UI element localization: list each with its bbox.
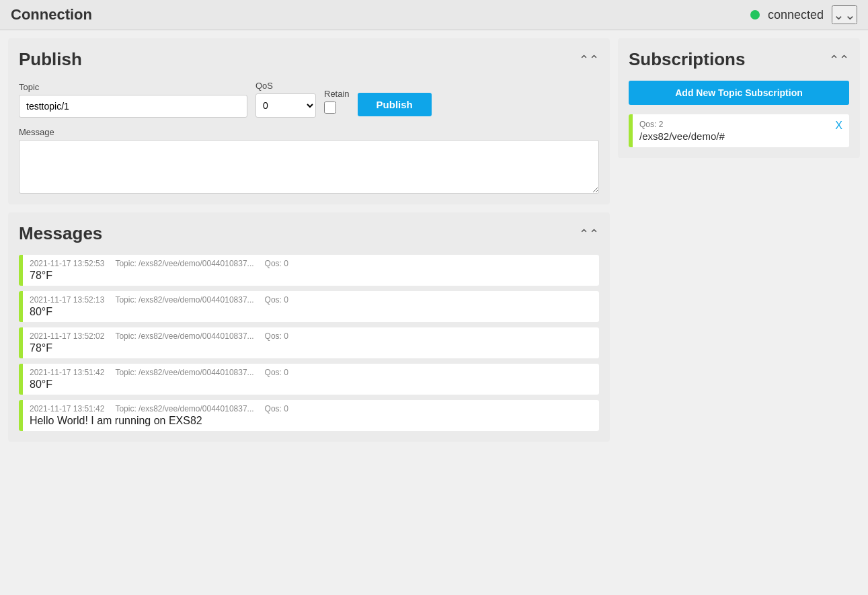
messages-list: 2021-11-17 13:52:53 Topic: /exs82/vee/de… bbox=[19, 255, 599, 431]
message-value: 80°F bbox=[30, 379, 592, 391]
message-group: Message bbox=[19, 127, 599, 194]
subscription-topic: /exs82/vee/demo/# bbox=[639, 130, 822, 142]
messages-header: Messages ⌃⌃ bbox=[19, 223, 599, 244]
collapse-messages-button[interactable]: ⌃⌃ bbox=[579, 227, 599, 241]
connection-title: Connection bbox=[11, 6, 92, 24]
message-topic: Topic: /exs82/vee/demo/0044010837... bbox=[115, 331, 253, 341]
qos-select[interactable]: 0 1 2 bbox=[255, 93, 316, 118]
message-body: 2021-11-17 13:51:42 Topic: /exs82/vee/de… bbox=[23, 364, 599, 395]
message-item: 2021-11-17 13:52:02 Topic: /exs82/vee/de… bbox=[19, 327, 599, 358]
subscriptions-header: Subscriptions ⌃⌃ bbox=[629, 49, 849, 70]
topic-label: Topic bbox=[19, 82, 247, 92]
message-timestamp: 2021-11-17 13:51:42 bbox=[30, 368, 104, 377]
message-topic: Topic: /exs82/vee/demo/0044010837... bbox=[115, 404, 253, 413]
topic-input[interactable] bbox=[19, 95, 247, 118]
subscriptions-list: Qos: 2 /exs82/vee/demo/# X bbox=[629, 114, 849, 147]
message-qos: Qos: 0 bbox=[265, 368, 288, 377]
collapse-publish-button[interactable]: ⌃⌃ bbox=[579, 52, 599, 67]
message-timestamp: 2021-11-17 13:52:02 bbox=[30, 331, 104, 341]
connection-status-area: connected ⌄⌄ bbox=[750, 5, 857, 24]
remove-subscription-button[interactable]: X bbox=[828, 114, 849, 137]
message-topic: Topic: /exs82/vee/demo/0044010837... bbox=[115, 295, 253, 305]
top-bar: Connection connected ⌄⌄ bbox=[0, 0, 868, 30]
message-body: 2021-11-17 13:52:53 Topic: /exs82/vee/de… bbox=[23, 255, 599, 286]
subscription-qos: Qos: 2 bbox=[639, 120, 822, 129]
publish-form: Topic QoS 0 1 2 Retain bbox=[19, 81, 599, 194]
message-qos: Qos: 0 bbox=[265, 404, 288, 413]
retain-label: Retain bbox=[324, 89, 350, 99]
message-textarea[interactable] bbox=[19, 140, 599, 194]
messages-title: Messages bbox=[19, 223, 102, 244]
add-subscription-button[interactable]: Add New Topic Subscription bbox=[629, 81, 849, 105]
retain-group: Retain bbox=[324, 89, 350, 118]
message-item: 2021-11-17 13:52:13 Topic: /exs82/vee/de… bbox=[19, 291, 599, 322]
message-value: 78°F bbox=[30, 342, 592, 354]
message-timestamp: 2021-11-17 13:52:53 bbox=[30, 259, 104, 268]
publish-button[interactable]: Publish bbox=[358, 93, 432, 116]
main-layout: Publish ⌃⌃ Topic QoS 0 1 2 bbox=[0, 30, 868, 450]
message-body: 2021-11-17 13:52:13 Topic: /exs82/vee/de… bbox=[23, 291, 599, 322]
collapse-subscriptions-button[interactable]: ⌃⌃ bbox=[829, 52, 849, 67]
message-timestamp: 2021-11-17 13:51:42 bbox=[30, 404, 104, 413]
subscriptions-section: Subscriptions ⌃⌃ Add New Topic Subscript… bbox=[618, 38, 860, 158]
topic-group: Topic bbox=[19, 82, 247, 118]
message-qos: Qos: 0 bbox=[265, 331, 288, 341]
message-topic: Topic: /exs82/vee/demo/0044010837... bbox=[115, 368, 253, 377]
connected-indicator bbox=[750, 10, 760, 19]
retain-checkbox[interactable] bbox=[324, 102, 336, 114]
connected-label: connected bbox=[768, 8, 824, 22]
message-item: 2021-11-17 13:52:53 Topic: /exs82/vee/de… bbox=[19, 255, 599, 286]
message-value: 80°F bbox=[30, 306, 592, 318]
publish-section: Publish ⌃⌃ Topic QoS 0 1 2 bbox=[8, 38, 610, 204]
message-body: 2021-11-17 13:52:02 Topic: /exs82/vee/de… bbox=[23, 327, 599, 358]
subscriptions-title: Subscriptions bbox=[629, 49, 745, 70]
left-panel: Publish ⌃⌃ Topic QoS 0 1 2 bbox=[8, 38, 610, 442]
message-qos: Qos: 0 bbox=[265, 259, 288, 268]
message-meta: 2021-11-17 13:51:42 Topic: /exs82/vee/de… bbox=[30, 404, 592, 413]
message-meta: 2021-11-17 13:52:13 Topic: /exs82/vee/de… bbox=[30, 295, 592, 305]
publish-top-row: Topic QoS 0 1 2 Retain bbox=[19, 81, 599, 118]
right-panel: Subscriptions ⌃⌃ Add New Topic Subscript… bbox=[618, 38, 860, 158]
qos-group: QoS 0 1 2 bbox=[255, 81, 316, 118]
message-timestamp: 2021-11-17 13:52:13 bbox=[30, 295, 104, 305]
message-label: Message bbox=[19, 127, 599, 137]
message-meta: 2021-11-17 13:51:42 Topic: /exs82/vee/de… bbox=[30, 368, 592, 377]
messages-section: Messages ⌃⌃ 2021-11-17 13:52:53 Topic: /… bbox=[8, 212, 610, 442]
message-meta: 2021-11-17 13:52:02 Topic: /exs82/vee/de… bbox=[30, 331, 592, 341]
collapse-connection-button[interactable]: ⌄⌄ bbox=[832, 5, 857, 24]
message-item: 2021-11-17 13:51:42 Topic: /exs82/vee/de… bbox=[19, 400, 599, 431]
subscription-content: Qos: 2 /exs82/vee/demo/# bbox=[633, 114, 828, 147]
qos-label: QoS bbox=[255, 81, 316, 91]
message-value: 78°F bbox=[30, 270, 592, 282]
publish-btn-group: Publish bbox=[358, 93, 432, 118]
message-body: 2021-11-17 13:51:42 Topic: /exs82/vee/de… bbox=[23, 400, 599, 431]
publish-header: Publish ⌃⌃ bbox=[19, 49, 599, 70]
message-qos: Qos: 0 bbox=[265, 295, 288, 305]
subscription-item: Qos: 2 /exs82/vee/demo/# X bbox=[629, 114, 849, 147]
message-item: 2021-11-17 13:51:42 Topic: /exs82/vee/de… bbox=[19, 364, 599, 395]
publish-title: Publish bbox=[19, 49, 82, 70]
message-value: Hello World! I am running on EXS82 bbox=[30, 415, 592, 427]
message-topic: Topic: /exs82/vee/demo/0044010837... bbox=[115, 259, 253, 268]
message-meta: 2021-11-17 13:52:53 Topic: /exs82/vee/de… bbox=[30, 259, 592, 268]
